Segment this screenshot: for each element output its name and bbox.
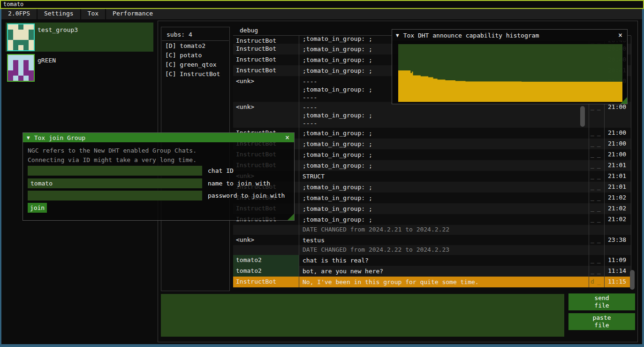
app-window: { "window": { "title": "tomato" }, "menu… [0,0,644,347]
message-sender: InstructBot [233,36,299,44]
chat-id-field[interactable] [28,166,202,176]
avatar-pixel [13,65,18,70]
chat-message-row: tomato2chat is this real?_ _11:09 [233,255,631,266]
avatar-pixel [23,24,29,30]
message-time: 11:09 [604,255,631,263]
avatar-pixel [13,40,18,45]
collapse-triangle-icon[interactable]: ▼ [27,135,30,141]
message-text: ;tomato_in_group: ; [299,182,589,192]
avatar-pixel [13,76,18,81]
message-input[interactable] [161,294,564,337]
chat-message-row: InstructBotNo, I've been in this group f… [233,277,631,287]
avatar-pixel [8,55,13,60]
dht-histogram-titlebar[interactable]: ▼ Tox DHT announce capability histogram … [392,30,627,41]
group-avatar [7,54,35,82]
chat-message-row: <unk>testus_ _23:38 [233,235,631,245]
menu-item-performance[interactable]: Performance [106,9,159,19]
dht-histogram-window[interactable]: ▼ Tox DHT announce capability histogram … [392,29,628,104]
message-text: ;tomato_in_group: ; [299,149,589,160]
message-text: ;tomato_in_group: ; [299,214,589,224]
close-icon[interactable]: × [618,32,622,38]
subs-member-green-qtox[interactable]: [C] green_qtox [161,60,229,69]
avatar-pixel [8,40,13,45]
menu-item-settings[interactable]: Settings [38,9,80,19]
menu-item-tox[interactable]: Tox [81,9,105,19]
avatar-pixel [18,60,23,65]
message-text: No, I've been in this group for quite so… [299,277,589,287]
message-time: 21:02 [604,214,631,223]
message-time: 21:02 [604,203,631,212]
group-name-label: gREEN [38,57,56,64]
join-password-label: password to join with [208,191,285,200]
join-button[interactable]: join [28,203,47,213]
avatar-pixel [29,60,34,65]
avatar-pixel [18,24,23,30]
message-status: _ _ [589,128,604,136]
subs-member-list: [D] tomato2[C] potato[C] green_qtox[C] I… [161,41,229,78]
message-status: _ _ [589,214,604,223]
avatar-pixel [13,35,18,40]
avatar-pixel [23,35,29,40]
window-titlebar[interactable]: tomato [0,0,644,9]
message-text: chat is this real? [299,255,589,265]
avatar-pixel [29,70,34,76]
join-group-titlebar[interactable]: ▼ Tox join Group × [23,133,294,142]
message-text: ;tomato_in_group: ; [299,139,589,149]
message-text: bot, are you new here? [299,266,589,276]
message-text: ;tomato_in_group: ; [299,160,589,170]
message-pane-scrollbar[interactable] [580,106,585,127]
sidebar-group-green[interactable]: gREEN [6,53,153,82]
avatar-pixel [23,70,29,76]
message-sender: <unk> [233,235,299,245]
avatar-pixel [18,30,23,35]
paste-file-button[interactable]: paste file [568,313,635,330]
avatar-pixel [18,70,23,76]
sidebar-group-test-group3[interactable]: test_group3 [6,23,153,52]
avatar-pixel [8,76,13,81]
close-icon[interactable]: × [285,135,289,140]
subs-member-potato[interactable]: [C] potato [161,50,229,60]
subs-member-tomato2[interactable]: [D] tomato2 [161,41,229,50]
message-text: ;tomato_in_group: ; [299,203,589,214]
message-time: 21:01 [604,182,631,190]
subs-member-instructbot[interactable]: [C] InstructBot [161,69,229,78]
message-sender: InstructBot [233,277,299,287]
message-time: 21:00 [604,139,631,147]
window-border-bottom [0,344,644,347]
avatar-pixel [29,35,34,40]
menu-bar: 2.0FPSSettingsToxPerformance [1,9,642,19]
join-info-line-1: NGC refers to the New DHT enabled Group … [28,147,197,154]
message-status: _ _ [589,139,604,147]
date-changed-text: DATE CHANGED from 2024.2.22 to 2024.2.23 [233,245,449,253]
avatar-pixel [18,35,23,40]
join-password-field[interactable] [28,191,202,200]
join-group-window[interactable]: ▼ Tox join Group × NGC refers to the New… [23,132,295,221]
avatar-pixel [18,55,23,60]
chat-scrollbar[interactable] [630,270,635,290]
resize-grip[interactable] [288,214,294,220]
avatar-pixel [13,55,18,60]
avatar-pixel [23,55,29,60]
chat-message-row: <unk>---- ;tomato_in_group: ; ----_ _21:… [233,102,631,128]
avatar-pixel [29,40,34,45]
message-status: _ _ [589,266,604,274]
message-time: 21:02 [604,193,631,201]
avatar-pixel [23,40,29,45]
message-text: ;tomato_in_group: ; [299,193,589,203]
avatar-pixel [8,24,13,30]
avatar-pixel [23,76,29,81]
message-status: _ _ [589,235,604,243]
message-text: testus [299,235,589,245]
message-sender: InstructBot [233,54,299,65]
message-status: _ _ [589,255,604,263]
join-name-field[interactable] [28,178,202,188]
collapse-triangle-icon[interactable]: ▼ [396,32,399,39]
join-info-line-2: Connecting via ID might take a very long… [28,156,197,163]
avatar-pixel [13,45,18,50]
send-file-button[interactable]: send file [568,293,635,310]
message-status: _ _ [589,182,604,190]
avatar-pixel [23,65,29,70]
resize-grip[interactable] [621,97,627,104]
avatar-pixel [18,76,23,81]
message-text: ---- ;tomato_in_group: ; ---- [299,102,589,128]
